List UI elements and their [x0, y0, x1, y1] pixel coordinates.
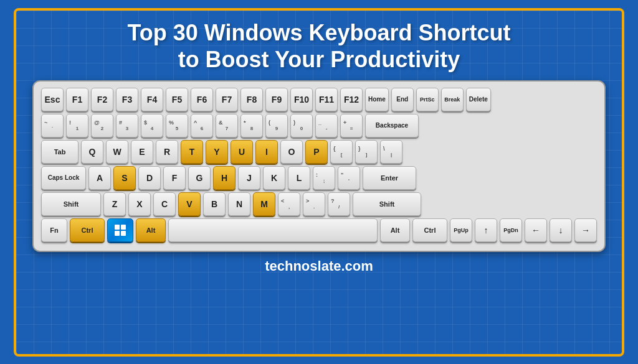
- key-l[interactable]: L: [288, 166, 310, 190]
- key-x[interactable]: X: [128, 192, 151, 216]
- key-tab[interactable]: Tab: [41, 140, 79, 164]
- key-delete[interactable]: Delete: [466, 88, 491, 111]
- title-line1: Top 30 Windows Keyboard Shortcut: [127, 20, 510, 45]
- key-home[interactable]: Home: [365, 88, 389, 111]
- key-j[interactable]: J: [238, 166, 260, 190]
- key-space[interactable]: [168, 218, 378, 242]
- key-f3[interactable]: F3: [116, 88, 138, 111]
- keyboard: Esc F1 F2 F3 F4 F5 F6 F7 F8 F9 F10 F11 F…: [32, 80, 606, 252]
- key-arrow-right[interactable]: →: [574, 218, 597, 242]
- key-f1[interactable]: F1: [66, 88, 88, 111]
- key-esc[interactable]: Esc: [41, 88, 64, 111]
- key-p[interactable]: P: [305, 140, 328, 164]
- key-w[interactable]: W: [106, 140, 128, 164]
- key-f12[interactable]: F12: [340, 88, 363, 111]
- key-n[interactable]: N: [228, 192, 250, 216]
- key-tilde[interactable]: ~`: [41, 114, 64, 138]
- title-line2: to Boost Your Productivity: [178, 47, 460, 72]
- key-period[interactable]: >.: [303, 192, 325, 216]
- key-f11[interactable]: F11: [315, 88, 338, 111]
- key-enter[interactable]: Enter: [363, 166, 416, 190]
- number-row: ~` !1 @2 #3 $4 %5 ^6 &7 *8 (9 )0 _- += B…: [41, 114, 597, 138]
- key-bracket-open[interactable]: {[: [330, 140, 353, 164]
- key-7[interactable]: &7: [216, 114, 238, 138]
- key-q[interactable]: Q: [81, 140, 103, 164]
- key-prtsc[interactable]: PrtSc: [416, 88, 439, 111]
- key-k[interactable]: K: [263, 166, 285, 190]
- key-end[interactable]: End: [391, 88, 414, 111]
- key-ctrl-right[interactable]: Ctrl: [412, 218, 447, 242]
- qwerty-row: Tab Q W E R T Y U I O P {[ }] \|: [41, 140, 597, 164]
- key-f6[interactable]: F6: [191, 88, 213, 111]
- footer-url-text: technoslate.com: [265, 258, 373, 274]
- key-f5[interactable]: F5: [166, 88, 188, 111]
- key-s[interactable]: S: [113, 166, 136, 190]
- footer-url: technoslate.com: [265, 258, 373, 274]
- key-f[interactable]: F: [163, 166, 186, 190]
- key-h[interactable]: H: [213, 166, 236, 190]
- key-a[interactable]: A: [88, 166, 111, 190]
- bottom-row: Fn Ctrl Alt Alt Ctrl PgUp ↑ PgDn ← ↓ →: [41, 218, 597, 242]
- key-f7[interactable]: F7: [216, 88, 238, 111]
- home-row: Caps Lock A S D F G H J K L :; "' Enter: [41, 166, 597, 190]
- key-g[interactable]: G: [188, 166, 211, 190]
- shift-row: Shift Z X C V B N M <, >. ?/ Shift: [41, 192, 597, 216]
- key-arrow-left[interactable]: ←: [525, 218, 547, 242]
- key-o[interactable]: O: [280, 140, 303, 164]
- key-b[interactable]: B: [203, 192, 226, 216]
- key-alt-right[interactable]: Alt: [380, 218, 410, 242]
- key-backslash[interactable]: \|: [380, 140, 402, 164]
- key-ctrl-left[interactable]: Ctrl: [70, 218, 105, 242]
- key-f10[interactable]: F10: [290, 88, 313, 111]
- key-backspace[interactable]: Backspace: [365, 114, 419, 138]
- key-m[interactable]: M: [253, 192, 275, 216]
- key-0[interactable]: )0: [290, 114, 313, 138]
- key-alt-left[interactable]: Alt: [136, 218, 166, 242]
- key-shift-right[interactable]: Shift: [353, 192, 421, 216]
- key-break[interactable]: Break: [441, 88, 464, 111]
- key-equals[interactable]: +=: [340, 114, 363, 138]
- key-8[interactable]: *8: [240, 114, 263, 138]
- key-arrow-down[interactable]: ↓: [550, 218, 572, 242]
- key-u[interactable]: U: [231, 140, 253, 164]
- key-6[interactable]: ^6: [191, 114, 213, 138]
- key-f9[interactable]: F9: [265, 88, 288, 111]
- page-container: Top 30 Windows Keyboard Shortcut to Boos…: [14, 8, 624, 357]
- key-4[interactable]: $4: [141, 114, 163, 138]
- key-fn[interactable]: Fn: [41, 218, 67, 242]
- key-5[interactable]: %5: [166, 114, 188, 138]
- page-title: Top 30 Windows Keyboard Shortcut to Boos…: [127, 19, 510, 73]
- key-f4[interactable]: F4: [141, 88, 163, 111]
- key-z[interactable]: Z: [103, 192, 126, 216]
- key-d[interactable]: D: [138, 166, 161, 190]
- key-comma[interactable]: <,: [278, 192, 300, 216]
- key-windows[interactable]: [107, 218, 133, 242]
- key-slash[interactable]: ?/: [328, 192, 350, 216]
- key-t[interactable]: T: [181, 140, 203, 164]
- key-shift-left[interactable]: Shift: [41, 192, 101, 216]
- key-1[interactable]: !1: [66, 114, 88, 138]
- key-minus[interactable]: _-: [315, 114, 338, 138]
- key-9[interactable]: (9: [265, 114, 288, 138]
- key-f2[interactable]: F2: [91, 88, 113, 111]
- key-bracket-close[interactable]: }]: [355, 140, 378, 164]
- key-e[interactable]: E: [131, 140, 153, 164]
- key-i[interactable]: I: [255, 140, 278, 164]
- key-f8[interactable]: F8: [240, 88, 263, 111]
- key-3[interactable]: #3: [116, 114, 138, 138]
- key-r[interactable]: R: [156, 140, 178, 164]
- key-pgup[interactable]: PgUp: [450, 218, 472, 242]
- key-capslock[interactable]: Caps Lock: [41, 166, 86, 190]
- key-2[interactable]: @2: [91, 114, 113, 138]
- key-semicolon[interactable]: :;: [313, 166, 335, 190]
- windows-icon: [115, 225, 126, 236]
- key-arrow-up[interactable]: ↑: [475, 218, 497, 242]
- function-row: Esc F1 F2 F3 F4 F5 F6 F7 F8 F9 F10 F11 F…: [41, 88, 597, 111]
- key-quote[interactable]: "': [338, 166, 360, 190]
- key-v[interactable]: V: [178, 192, 201, 216]
- key-c[interactable]: C: [153, 192, 176, 216]
- key-y[interactable]: Y: [206, 140, 228, 164]
- key-pgdn[interactable]: PgDn: [500, 218, 522, 242]
